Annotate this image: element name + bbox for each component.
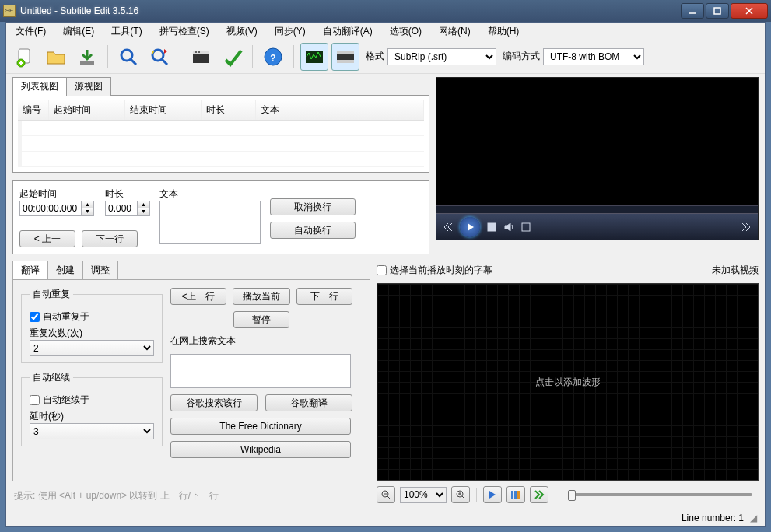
google-translate-button[interactable]: 谷歌翻译 (265, 394, 352, 411)
format-select[interactable]: SubRip (.srt) (387, 48, 496, 65)
svg-line-24 (387, 496, 391, 499)
stop-icon[interactable] (486, 222, 497, 233)
volume-icon[interactable] (503, 222, 514, 233)
menu-bar: 文件(F) 编辑(E) 工具(T) 拼写检查(S) 视频(V) 同步(Y) 自动… (6, 23, 765, 40)
window-title: Untitled - Subtitle Edit 3.5.16 (20, 5, 679, 16)
next-line-button[interactable]: 下一行 (82, 230, 138, 247)
svg-rect-32 (517, 491, 520, 499)
menu-sync[interactable]: 同步(Y) (270, 23, 310, 40)
tab-translate[interactable]: 翻译 (12, 261, 48, 279)
col-duration[interactable]: 时长 (202, 100, 256, 120)
wave-positions-button[interactable] (506, 486, 525, 503)
play-button[interactable] (460, 217, 480, 237)
wave-play-button[interactable] (483, 486, 502, 503)
col-start[interactable]: 起始时间 (49, 100, 125, 120)
select-current-checkbox[interactable] (377, 265, 387, 275)
hint-text: 提示: 使用 <Alt + up/down> 以转到 上一行/下一行 (12, 486, 370, 506)
resize-grip-icon[interactable]: ◢ (750, 513, 757, 523)
table-row[interactable] (18, 152, 424, 167)
autocontinue-checkbox[interactable] (30, 395, 40, 405)
video-player[interactable] (436, 77, 759, 240)
spin-down-icon[interactable]: ▼ (82, 208, 93, 215)
video-toggle-button[interactable] (331, 43, 359, 71)
col-text[interactable]: 文本 (256, 100, 424, 120)
translate-prev-button[interactable]: <上一行 (170, 288, 226, 305)
fullscreen-icon[interactable] (520, 222, 531, 233)
replace-button[interactable] (145, 43, 173, 71)
tab-create[interactable]: 创建 (47, 261, 83, 279)
menu-video[interactable]: 视频(V) (222, 23, 262, 40)
help-button[interactable]: ? (259, 43, 287, 71)
status-line-number: Line number: 1 (682, 513, 744, 523)
unbreak-button[interactable]: 取消换行 (270, 198, 356, 215)
menu-tools[interactable]: 工具(T) (107, 23, 146, 40)
skip-forward-icon[interactable] (741, 222, 752, 233)
autobreak-button[interactable]: 自动换行 (270, 222, 356, 239)
autorepeat-checkbox[interactable] (30, 312, 40, 322)
search-web-label: 在网上搜索文本 (170, 334, 352, 348)
google-search-button[interactable]: 谷歌搜索该行 (170, 394, 258, 411)
spin-down-icon[interactable]: ▼ (138, 208, 149, 215)
spin-up-icon[interactable]: ▲ (82, 201, 93, 208)
col-end[interactable]: 结束时间 (125, 100, 202, 120)
tab-adjust[interactable]: 调整 (82, 261, 118, 279)
visual-sync-button[interactable] (187, 43, 215, 71)
wave-skip-button[interactable] (530, 486, 548, 503)
repeat-count-label: 重复次数(次) (30, 327, 154, 340)
svg-point-13 (195, 51, 197, 53)
menu-file[interactable]: 文件(F) (11, 23, 51, 40)
new-file-button[interactable] (11, 43, 39, 71)
close-button[interactable] (731, 3, 768, 19)
wikipedia-button[interactable]: Wikipedia (170, 441, 351, 458)
skip-back-icon[interactable] (443, 222, 454, 233)
prev-line-button[interactable]: < 上一 (19, 230, 75, 247)
svg-rect-22 (522, 223, 530, 231)
open-file-button[interactable] (42, 43, 70, 71)
pause-button[interactable]: 暂停 (233, 311, 289, 328)
menu-options[interactable]: 选项(O) (385, 23, 426, 40)
start-time-label: 起始时间 (19, 187, 94, 201)
repeat-count-select[interactable]: 2 (30, 340, 154, 356)
table-row[interactable] (18, 121, 424, 136)
subtitle-grid[interactable]: 编号 起始时间 结束时间 时长 文本 (13, 96, 429, 172)
spin-up-icon[interactable]: ▲ (138, 201, 149, 208)
waveform-pane[interactable]: 点击以添加波形 (377, 283, 759, 481)
menu-edit[interactable]: 编辑(E) (58, 23, 99, 40)
free-dictionary-button[interactable]: The Free Dictionary (170, 418, 351, 435)
waveform-scroll-slider[interactable] (568, 493, 752, 496)
subtitle-text-input[interactable] (159, 201, 261, 244)
waveform-placeholder: 点击以添加波形 (535, 376, 601, 389)
zoom-select[interactable]: 100% (400, 487, 447, 503)
zoom-out-button[interactable] (377, 486, 395, 503)
table-row[interactable] (18, 136, 424, 152)
delay-label: 延时(秒) (30, 410, 154, 423)
translate-next-button[interactable]: 下一行 (296, 288, 352, 305)
encoding-select[interactable]: UTF-8 with BOM (543, 48, 644, 65)
video-progress-bar[interactable] (436, 205, 758, 213)
svg-line-10 (162, 59, 167, 65)
app-icon: SE (3, 5, 16, 17)
spellcheck-button[interactable] (218, 43, 246, 71)
start-time-input[interactable] (19, 201, 82, 216)
search-text-input[interactable] (170, 354, 351, 388)
col-number[interactable]: 编号 (18, 100, 49, 120)
find-button[interactable] (114, 43, 142, 71)
menu-autotranslate[interactable]: 自动翻译(A) (318, 23, 377, 40)
svg-rect-19 (337, 51, 354, 54)
zoom-in-button[interactable] (451, 486, 470, 503)
svg-point-7 (121, 50, 132, 61)
maximize-button[interactable] (706, 3, 729, 19)
duration-input[interactable] (105, 201, 138, 216)
delay-select[interactable]: 3 (30, 423, 154, 439)
minimize-button[interactable] (681, 3, 704, 19)
menu-help[interactable]: 帮助(H) (483, 23, 524, 40)
svg-point-14 (198, 51, 200, 53)
save-button[interactable] (73, 43, 101, 71)
waveform-toggle-button[interactable] (300, 43, 328, 71)
tab-sourceview[interactable]: 源视图 (66, 77, 111, 96)
play-current-button[interactable]: 播放当前 (233, 288, 290, 305)
tab-listview[interactable]: 列表视图 (12, 77, 67, 96)
menu-spellcheck[interactable]: 拼写检查(S) (155, 23, 214, 40)
menu-networking[interactable]: 网络(N) (434, 23, 475, 40)
toolbar: ? 格式 SubRip (.srt) 编码方式 UTF-8 with BOM (6, 40, 765, 74)
